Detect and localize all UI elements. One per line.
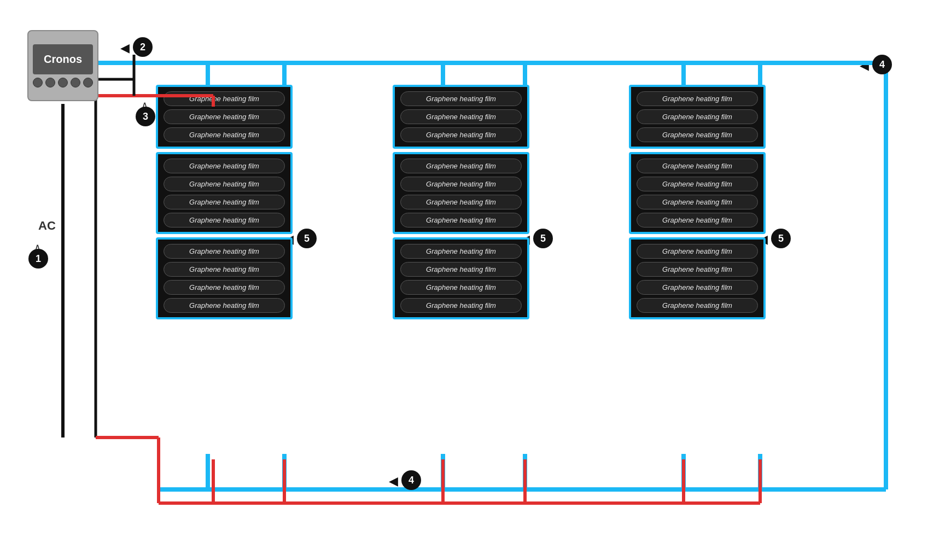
- cronos-btn-3: [58, 78, 68, 88]
- cronos-btn-2: [45, 78, 55, 88]
- cronos-btn-5: [83, 78, 93, 88]
- cronos-display: Cronos: [33, 44, 93, 74]
- cronos-brand: Cronos: [44, 53, 82, 66]
- badge-3: 3: [136, 107, 155, 126]
- cronos-button-row: [33, 78, 93, 88]
- badge-5-col1: 5: [297, 229, 317, 248]
- badge-5-col2: 5: [533, 229, 553, 248]
- badge-4-top: 4: [872, 55, 892, 74]
- badge-1: 1: [28, 249, 48, 269]
- cronos-btn-1: [33, 78, 43, 88]
- wiring-diagram: [0, 0, 951, 560]
- badge-4-bottom: 4: [401, 470, 421, 490]
- badge-5-col3: 5: [771, 229, 791, 248]
- badge-2: 2: [133, 37, 153, 57]
- cronos-controller: Cronos: [27, 30, 98, 101]
- cronos-btn-4: [71, 78, 80, 88]
